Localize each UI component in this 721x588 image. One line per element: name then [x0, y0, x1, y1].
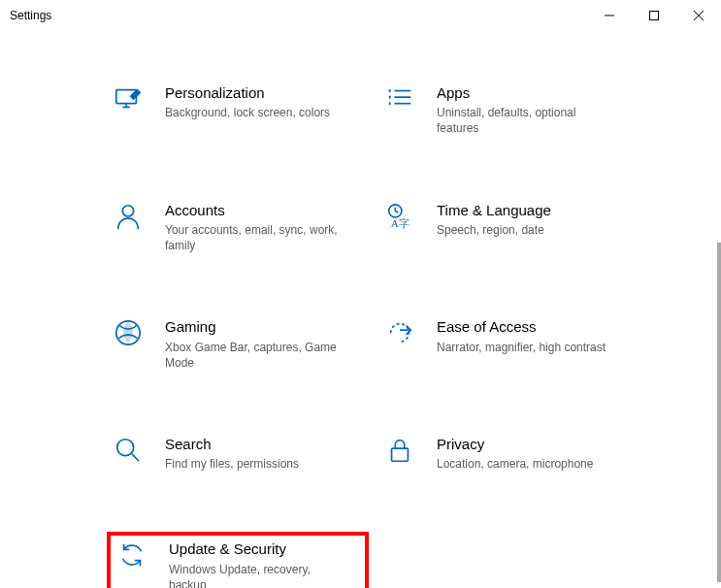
- tile-desc: Background, lock screen, colors: [165, 105, 330, 120]
- update-icon: [116, 539, 147, 571]
- apps-icon: [384, 83, 415, 114]
- tile-search[interactable]: Search Find my files, permissions: [107, 431, 369, 483]
- close-button[interactable]: [676, 0, 721, 31]
- tile-privacy[interactable]: Privacy Location, camera, microphone: [378, 431, 640, 483]
- tile-title: Time & Language: [437, 201, 551, 220]
- tile-time-language[interactable]: A字 Time & Language Speech, region, date: [378, 197, 640, 266]
- minimize-button[interactable]: [587, 0, 632, 31]
- tile-accounts[interactable]: Accounts Your accounts, email, sync, wor…: [107, 197, 369, 266]
- svg-rect-22: [392, 448, 409, 461]
- svg-text:A字: A字: [391, 217, 410, 229]
- search-icon: [113, 435, 144, 466]
- tile-update-security[interactable]: Update & Security Windows Update, recove…: [107, 532, 369, 588]
- tile-desc: Speech, region, date: [437, 222, 551, 238]
- accounts-icon: [113, 201, 144, 232]
- tile-desc: Narrator, magnifier, high contrast: [437, 340, 606, 355]
- tile-desc: Windows Update, recovery, backup: [169, 562, 344, 588]
- svg-line-21: [132, 454, 140, 462]
- svg-point-20: [117, 440, 134, 456]
- tile-title: Privacy: [437, 435, 593, 454]
- personalization-icon: [113, 83, 144, 114]
- window-controls: [587, 0, 721, 31]
- settings-grid: Personalization Background, lock screen,…: [0, 31, 721, 588]
- tile-title: Gaming: [165, 317, 340, 337]
- window-title: Settings: [10, 9, 51, 22]
- titlebar: Settings: [0, 0, 721, 31]
- tile-desc: Your accounts, email, sync, work, family: [165, 222, 340, 253]
- gaming-icon: [113, 317, 144, 348]
- tile-title: Accounts: [165, 201, 340, 220]
- ease-of-access-icon: [384, 317, 415, 348]
- svg-point-13: [122, 205, 133, 215]
- tile-title: Search: [165, 435, 299, 454]
- tile-desc: Xbox Game Bar, captures, Game Mode: [165, 340, 340, 371]
- tile-title: Apps: [437, 83, 611, 103]
- svg-line-16: [395, 211, 398, 212]
- tile-title: Personalization: [165, 83, 330, 103]
- tile-desc: Location, camera, microphone: [437, 456, 593, 472]
- tile-desc: Uninstall, defaults, optional features: [437, 105, 611, 136]
- svg-rect-1: [650, 12, 659, 20]
- tile-title: Ease of Access: [437, 317, 606, 337]
- tile-title: Update & Security: [169, 539, 344, 559]
- tile-personalization[interactable]: Personalization Background, lock screen,…: [107, 80, 369, 148]
- tile-gaming[interactable]: Gaming Xbox Game Bar, captures, Game Mod…: [107, 313, 369, 382]
- maximize-button[interactable]: [632, 0, 676, 31]
- tile-apps[interactable]: Apps Uninstall, defaults, optional featu…: [378, 80, 640, 148]
- tile-desc: Find my files, permissions: [165, 456, 299, 472]
- time-language-icon: A字: [384, 201, 415, 232]
- lock-icon: [384, 435, 415, 466]
- scrollbar[interactable]: [717, 243, 721, 582]
- tile-ease-of-access[interactable]: Ease of Access Narrator, magnifier, high…: [378, 313, 640, 382]
